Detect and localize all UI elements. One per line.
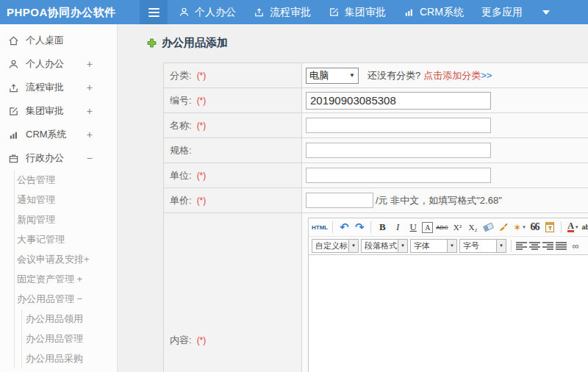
font-family-select[interactable]: 字体▼: [410, 239, 457, 253]
field-label: 内容:: [170, 334, 192, 347]
insert-link-button[interactable]: ∞: [569, 239, 582, 253]
eraser-icon: [483, 223, 494, 232]
custom-title-select[interactable]: 自定义标题▼: [312, 239, 359, 253]
sidebar-item-personal-desktop[interactable]: 个人桌面: [0, 29, 117, 52]
font-size-select[interactable]: 字号▼: [459, 239, 506, 253]
nav-personal-office[interactable]: 个人办公: [179, 6, 236, 19]
collapse-minus-icon[interactable]: −: [87, 146, 93, 170]
required-mark: (*): [197, 171, 207, 181]
code-input[interactable]: [306, 92, 491, 110]
unit-input[interactable]: [306, 168, 491, 183]
sidebar-item-news-mgmt[interactable]: 新闻管理: [15, 210, 117, 229]
strikethrough-button[interactable]: ABC: [435, 221, 448, 235]
field-label: 名称:: [170, 119, 192, 132]
remove-format-button[interactable]: [481, 221, 495, 235]
caret-down-icon: ▼: [348, 240, 358, 252]
sidebar-item-asset-mgmt[interactable]: 固定资产管理 +: [15, 269, 117, 289]
bold-button[interactable]: B: [376, 221, 389, 235]
align-center-button[interactable]: [529, 241, 540, 251]
sidebar-item-admin-office[interactable]: 行政办公 −: [0, 146, 117, 170]
content-value-cell: HTML ↶ ↷ B I U A ABC X² X₂: [302, 213, 588, 372]
spec-label-cell: 规格:: [164, 138, 302, 162]
subscript-button[interactable]: X₂: [466, 221, 479, 235]
add-category-arrows[interactable]: >>: [481, 70, 492, 81]
required-mark: (*): [197, 121, 207, 131]
expand-plus-icon[interactable]: +: [87, 76, 93, 99]
add-category-link[interactable]: 点击添加分类: [423, 70, 481, 81]
sidebar-item-label: 个人桌面: [26, 34, 64, 47]
magic-wand-icon: ✶: [513, 222, 521, 233]
sidebar-item-events-mgmt[interactable]: 大事记管理: [15, 229, 117, 249]
required-mark: (*): [197, 196, 207, 206]
format-painter-button[interactable]: [497, 221, 510, 235]
field-label: 分类:: [170, 69, 192, 82]
supplies-submenu: 办公用品领用 办公用品管理 办公用品采购: [21, 309, 117, 368]
price-input[interactable]: [306, 193, 373, 208]
form-row-spec: 规格:: [164, 138, 588, 163]
sidebar-item-supplies-purchase[interactable]: 办公用品采购: [22, 348, 117, 368]
auto-typeset-button[interactable]: ✶▾: [512, 221, 526, 235]
nav-workflow-approval[interactable]: 流程审批: [254, 6, 311, 19]
align-justify-button[interactable]: [556, 241, 567, 251]
align-left-button[interactable]: [516, 241, 527, 251]
bar-chart-icon: [8, 129, 19, 140]
nav-more-apps[interactable]: 更多应用: [481, 6, 550, 19]
category-value-cell: 电脑 ▼ 还没有分类?点击添加分类>>: [302, 63, 588, 87]
italic-button[interactable]: I: [391, 221, 404, 235]
html-source-button[interactable]: HTML: [312, 221, 328, 235]
align-right-button[interactable]: [542, 241, 553, 251]
required-mark: (*): [197, 335, 207, 346]
nav-group-approval[interactable]: 集团审批: [329, 6, 386, 19]
category-select[interactable]: 电脑 ▼: [306, 68, 359, 84]
expand-plus-icon[interactable]: +: [87, 99, 93, 123]
sidebar-item-personal-office[interactable]: 个人办公 +: [0, 52, 117, 76]
caret-down-icon: ▼: [349, 72, 355, 79]
sidebar-item-announcement-mgmt[interactable]: 公告管理: [15, 170, 117, 190]
admin-office-submenu: 公告管理 通知管理 新闻管理 大事记管理 会议申请及安排+ 固定资产管理 + 办…: [14, 170, 117, 368]
brush-icon: [498, 222, 509, 232]
hint-text: 还没有分类?: [368, 70, 420, 81]
underline-button[interactable]: U: [406, 221, 420, 235]
sidebar-item-crm-system[interactable]: CRM系统 +: [0, 123, 117, 146]
page-title-text: 办公用品添加: [162, 36, 228, 50]
paragraph-format-select[interactable]: 段落格式▼: [361, 239, 408, 253]
sidebar-toggle-button[interactable]: [140, 0, 168, 24]
content-label-cell: 内容: (*): [164, 213, 302, 372]
expand-plus-icon[interactable]: +: [87, 52, 93, 76]
font-color-button[interactable]: A▾: [566, 221, 579, 235]
unit-label-cell: 单位: (*): [164, 163, 302, 187]
nav-crm-system[interactable]: CRM系统: [404, 6, 464, 19]
superscript-button[interactable]: X²: [451, 221, 464, 235]
app-logo: PHPOA协同办公软件: [7, 0, 116, 24]
home-icon: [8, 35, 19, 46]
sidebar-item-meeting-mgmt[interactable]: 会议申请及安排+: [15, 249, 117, 269]
sidebar-item-notice-mgmt[interactable]: 通知管理: [15, 190, 117, 210]
highlight-color-button[interactable]: ab✎▾: [581, 221, 588, 235]
form-row-category: 分类: (*) 电脑 ▼ 还没有分类?点击添加分类>>: [164, 63, 588, 88]
undo-button[interactable]: ↶: [337, 221, 351, 235]
briefcase-icon: [8, 153, 19, 164]
sidebar-item-label: 集团审批: [26, 104, 64, 118]
page-title: 办公用品添加: [147, 36, 228, 50]
name-input[interactable]: [306, 118, 491, 133]
unit-value-cell: [302, 163, 588, 187]
expand-plus-icon[interactable]: +: [87, 123, 93, 146]
sidebar-item-supplies-manage[interactable]: 办公用品管理: [22, 329, 117, 348]
user-icon: [179, 7, 190, 18]
sidebar-item-group-approval[interactable]: 集团审批 +: [0, 99, 117, 123]
bar-chart-icon: [404, 7, 415, 18]
spec-input[interactable]: [306, 143, 491, 158]
redo-button[interactable]: ↷: [353, 221, 366, 235]
char-border-button[interactable]: A: [422, 222, 433, 233]
editor-body[interactable]: [309, 255, 588, 372]
sidebar-item-label: 行政办公: [26, 151, 64, 165]
blockquote-button[interactable]: 66: [528, 221, 541, 235]
workflow-icon: [254, 7, 265, 18]
workflow-icon: [8, 82, 19, 93]
sidebar-item-supplies-claim[interactable]: 办公用品领用: [22, 309, 117, 329]
spec-value-cell: [302, 138, 588, 162]
paste-plain-text-button[interactable]: T: [543, 221, 556, 235]
sidebar-item-supplies-mgmt[interactable]: 办公用品管理 −: [15, 289, 117, 309]
sidebar-item-workflow-approval[interactable]: 流程审批 +: [0, 76, 117, 99]
top-navigation: 个人办公 流程审批 集团审批 CRM系统 更多应用: [179, 0, 550, 24]
